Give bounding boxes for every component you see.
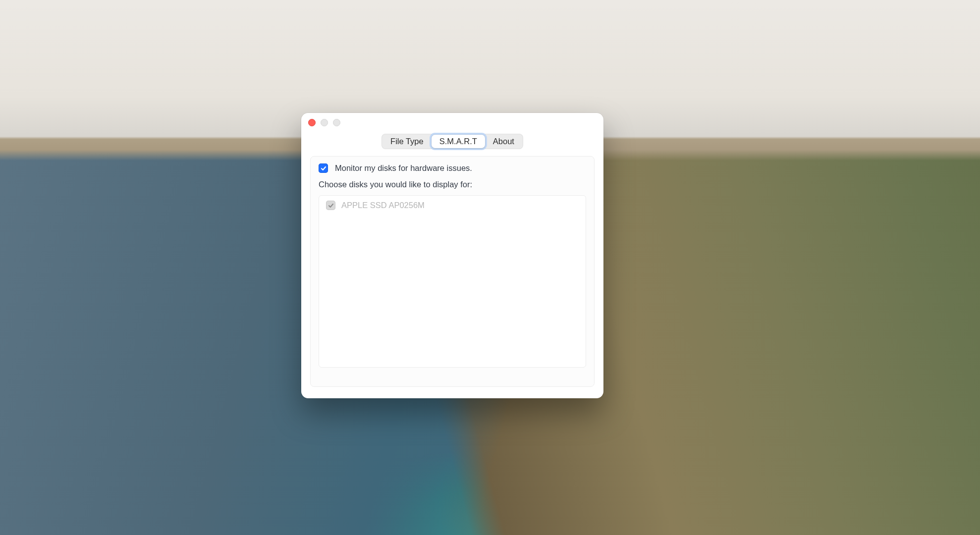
tab-bar: File Type S.M.A.R.T About bbox=[310, 134, 595, 149]
checkmark-icon bbox=[321, 165, 327, 171]
tab-about[interactable]: About bbox=[485, 135, 522, 148]
choose-disks-label: Choose disks you would like to display f… bbox=[319, 180, 586, 189]
window-titlebar bbox=[301, 113, 603, 132]
window-content: File Type S.M.A.R.T About Monitor my dis… bbox=[301, 134, 603, 396]
tab-file-type[interactable]: File Type bbox=[382, 135, 432, 148]
minimize-icon[interactable] bbox=[321, 119, 328, 126]
tab-smart[interactable]: S.M.A.R.T bbox=[432, 135, 485, 148]
checkmark-icon bbox=[328, 203, 334, 209]
close-icon[interactable] bbox=[308, 119, 316, 126]
segmented-control: File Type S.M.A.R.T About bbox=[381, 134, 523, 149]
monitor-disks-row: Monitor my disks for hardware issues. bbox=[319, 163, 586, 173]
monitor-disks-label: Monitor my disks for hardware issues. bbox=[335, 163, 472, 173]
disk-checkbox bbox=[326, 201, 335, 210]
zoom-icon[interactable] bbox=[333, 119, 340, 126]
preferences-window: File Type S.M.A.R.T About Monitor my dis… bbox=[301, 113, 603, 398]
disk-name: APPLE SSD AP0256M bbox=[341, 201, 425, 210]
list-item: APPLE SSD AP0256M bbox=[326, 201, 579, 210]
smart-panel: Monitor my disks for hardware issues. Ch… bbox=[310, 156, 595, 387]
monitor-disks-checkbox[interactable] bbox=[319, 163, 328, 173]
disk-list: APPLE SSD AP0256M bbox=[319, 195, 586, 368]
